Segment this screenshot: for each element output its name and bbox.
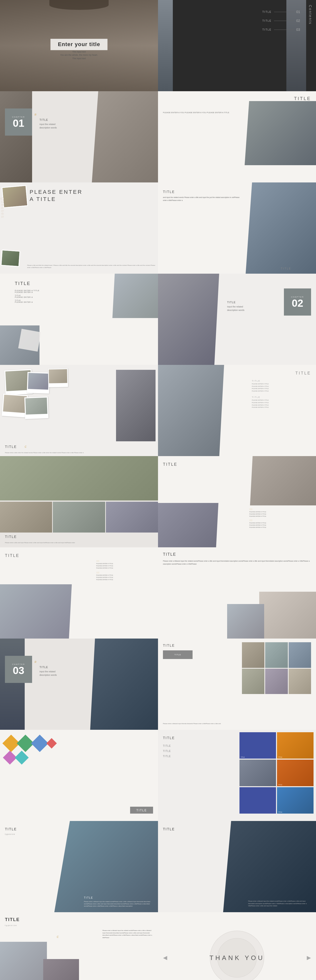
slide11-text: Please enter a title and input Please en… (5, 542, 153, 544)
contents-item-label-1: TITLE (173, 11, 274, 13)
slide19-text: TITLE Please enter a titleand input the … (84, 896, 153, 907)
chapter01-num: 01 (13, 118, 24, 129)
slide9-marker: C (25, 444, 26, 449)
diamond-blue (31, 735, 49, 752)
slide14-photo2 (227, 604, 264, 638)
row-3: guesses PLEASE ENTER A TITLE Please a ti… (0, 183, 316, 274)
slide16-photo-grid (242, 642, 311, 694)
chapter02-desc: input the related description words (227, 305, 244, 312)
slide13-l2-3: PLEASE ENTER A TITLE (96, 579, 153, 581)
chapter02-photo (158, 274, 220, 365)
chapter02-num: 02 (292, 298, 303, 309)
slide-title-list2: TITLE ::::: PLEASE ENTER A TITLE PLEASE … (0, 547, 158, 638)
row-9: TITLE TITLE TITLE TITLE TITLE (0, 730, 316, 821)
slide13-dots2: ::::: (96, 571, 153, 574)
slide21-title: TITLE (5, 917, 20, 922)
slide-title-textblock: TITLE Please enter a titleand input the … (158, 547, 316, 638)
slide19-subtitle: typesize (5, 833, 15, 835)
slide21-marker: C (57, 934, 59, 939)
slide7-item2: TITLE PLEASE ENTER A (15, 294, 40, 298)
slide13-l1-3: PLEASE ENTER A TITLE (96, 567, 153, 569)
chapter03-marker: R (35, 660, 36, 664)
chapter02-title: TITLE (227, 301, 244, 304)
arrow-left: ◄ (162, 954, 169, 962)
chapter01-marker: R (35, 112, 36, 117)
contents-item-label-2: TITLE (173, 19, 274, 22)
slide14-photo1 (259, 592, 316, 638)
slide21-photo1 (0, 942, 47, 980)
cover-subtitle: The input text You are the whole, the mo… (54, 50, 104, 60)
slide14-text: Please enter a titleand input the relate… (163, 560, 311, 566)
slide16-g5 (265, 669, 287, 694)
arrow-right: ► (305, 954, 312, 962)
slide10-item1-label: TITLE (252, 380, 311, 382)
slide10-item2-desc: PLEASE ENTER A TITLE PLEASE ENTER A TITL… (252, 399, 311, 409)
slide-chapter03: CHAPTER 03 R TITLE input the related des… (0, 638, 158, 730)
slide10-item1: TITLE PLEASE ENTER A TITLE PLEASE ENTER … (252, 380, 311, 392)
slide13-title: TITLE (5, 554, 19, 558)
slide18-sq3 (239, 760, 276, 786)
slide12-list1-1: PLEASE ENTER A TITLE (249, 511, 311, 512)
slide13-photo (0, 584, 74, 638)
chapter01-content-desc: input the related description words (40, 123, 57, 130)
slide12-list2-3: PLEASE ENTER A TITLE (249, 527, 311, 528)
slide7-items: PLEASE ENTER A TITLE PLEASE ENTER A TITL… (15, 290, 40, 304)
row-8: CHAPTER 03 R TITLE input the related des… (0, 638, 316, 730)
slide20-title: TITLE (163, 827, 175, 831)
slide5-photo2 (1, 250, 20, 267)
slide7-photo2 (109, 274, 158, 318)
slide-city-diagonal: TITLE Please enter a titleand input the … (158, 821, 316, 912)
polaroid4-photo (3, 395, 27, 413)
cover-title: Enter your title (58, 41, 100, 48)
contents-item-2: TITLE 02 (173, 19, 301, 23)
slide17-title: TITLE (136, 809, 147, 812)
slide7-title: TITLE (15, 281, 30, 286)
contents-list: TITLE 01 TITLE 02 TITLE 03 (173, 10, 301, 37)
slide18-sq5 (239, 787, 276, 814)
slide4-text: PLEASE ENTER A YOU PLEASE ENTER A YOU PL… (163, 111, 239, 115)
chapter01-content-title: TITLE (40, 118, 57, 121)
slide4-title: TITLE (294, 96, 311, 101)
slide16-g4 (242, 669, 264, 694)
polaroid5-photo (26, 398, 47, 415)
slide18-title: TITLE (163, 736, 175, 740)
slide12-dots2: ::::: (249, 519, 311, 522)
contents-line-1 (274, 12, 294, 12)
row-4: TITLE PLEASE ENTER A TITLE PLEASE ENTER … (0, 274, 316, 365)
slide18-lbl1: TITLE (163, 745, 171, 747)
slide10-item2-label: TITLE (252, 396, 311, 398)
slide4-desc: PLEASE ENTER A YOU PLEASE ENTER A YOU PL… (163, 111, 239, 115)
arch-deco (49, 0, 109, 10)
slide16-g6 (289, 669, 311, 694)
slide13-list: ::::: PLEASE ENTER A TITLE PLEASE ENTER … (96, 560, 153, 581)
chapter03-photo-left (0, 638, 25, 730)
polaroid3-photo (49, 369, 67, 383)
slide-please-enter: guesses PLEASE ENTER A TITLE Please a ti… (0, 183, 158, 274)
slide18-sq6: TITLE (277, 787, 314, 814)
row-5: TITLE C Please enter a title enter the r… (0, 365, 316, 456)
slide12-list: ::::: PLEASE ENTER A TITLE PLEASE ENTER … (249, 508, 311, 528)
slide-title-list: TITLE ::::: PLEASE ENTER A TITLE PLEASE … (158, 456, 316, 547)
slide11-g1 (0, 502, 52, 533)
slide12-photo-bottom (158, 503, 220, 547)
cover-title-box: Enter your title (50, 39, 107, 50)
slide11-title: TITLE (5, 535, 17, 539)
contents-num-3: 03 (294, 28, 301, 32)
slide20-text: Please enter a titleand input the relate… (248, 900, 312, 907)
slide12-list2-1: PLEASE ENTER A TITLE (249, 522, 311, 523)
slide16-gray-label: TITLE (174, 654, 181, 656)
side-photo (158, 0, 173, 91)
slide-contents: Contents TITLE 01 TITLE 02 TITLE 0 (158, 0, 316, 91)
slide16-g1 (242, 642, 264, 668)
slide18-sq4: TITLE (277, 760, 314, 786)
contents-line-2 (274, 21, 294, 21)
chapter02-content: TITLE input the related description word… (227, 301, 244, 312)
slide13-l2-2: PLEASE ENTER A TITLE (96, 577, 153, 578)
slide11-g3 (106, 502, 158, 533)
slide-title-photo-squares: TITLE typesize TITLE Please enter a titl… (0, 821, 158, 912)
slide16-g3 (289, 642, 311, 668)
row-7: TITLE ::::: PLEASE ENTER A TITLE PLEASE … (0, 547, 316, 638)
diamond-red (46, 738, 57, 748)
slide-title-city: TITLE and input the related words Please… (158, 183, 316, 274)
chapter03-content: TITLE input the related description word… (40, 666, 57, 677)
